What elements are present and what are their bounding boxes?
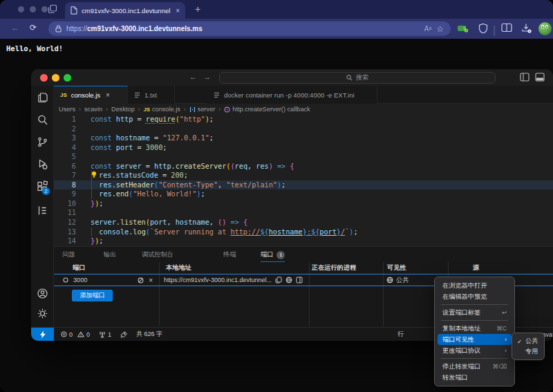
visibility-value: 公共 [396, 276, 409, 285]
tab-close-icon[interactable]: × [176, 7, 180, 15]
breadcrumb-item[interactable]: scavin [84, 106, 102, 113]
settings-gear-icon[interactable] [37, 308, 48, 319]
panel-tab-2[interactable]: 输出 [104, 250, 116, 259]
workspaces-icon[interactable] [48, 4, 57, 14]
code-editor[interactable]: 1const http = require("http");23const ho… [54, 115, 553, 246]
panel-tab-1[interactable]: 问题 [62, 250, 75, 259]
code-line[interactable]: 1const http = require("http"); [54, 115, 553, 124]
code-line[interactable]: 14}); [54, 236, 553, 246]
code-line[interactable]: 10}); [54, 199, 553, 209]
breadcrumb-item[interactable]: JSconsole.js [144, 106, 180, 113]
split-screen-icon[interactable] [501, 23, 512, 32]
code-line[interactable]: 12server.listen(port, hostname, () => { [54, 218, 553, 227]
code-line[interactable]: 4const port = 3000; [54, 143, 553, 153]
account-icon[interactable] [37, 288, 48, 299]
back-icon[interactable]: ← [11, 23, 19, 32]
browser-zoom-button[interactable] [41, 6, 48, 12]
browser-minimize-button[interactable] [30, 6, 36, 12]
code-token: ; [99, 200, 103, 207]
panel-tab-5[interactable]: 端口1 [261, 250, 285, 262]
code-line[interactable]: 6const server = http.createServer((req, … [54, 162, 553, 171]
submenu-item-2[interactable]: 专用 [514, 346, 542, 357]
menu-item-2[interactable]: 在编辑器中预览 [438, 291, 512, 302]
search-sidebar-icon[interactable] [37, 114, 48, 126]
vscode-minimize-button[interactable] [52, 74, 59, 82]
breadcrumb-item[interactable]: Desktop [111, 106, 135, 113]
menu-item-label: 更改端口协议 [442, 346, 480, 355]
tab-1-txt[interactable]: 1.txt [128, 86, 175, 104]
code-line[interactable]: 13 console.log(`Server running at http:/… [54, 227, 553, 237]
code-token: ; [99, 237, 103, 245]
stop-forwarding-icon[interactable] [138, 277, 144, 283]
menu-item-6[interactable]: 更改端口协议› [438, 345, 512, 356]
code-token: = [150, 134, 162, 142]
open-browser-icon[interactable] [285, 277, 292, 283]
refresh-icon[interactable]: ⟳ [30, 23, 37, 32]
vscode-titlebar[interactable]: ← → 搜索 [31, 69, 553, 86]
run-debug-icon[interactable] [37, 158, 48, 170]
new-tab-button[interactable]: + [191, 2, 205, 16]
vscode-zoom-button[interactable] [64, 74, 71, 82]
menu-item-5[interactable]: 端口可见性› [438, 334, 512, 345]
code-token: ; [184, 171, 188, 179]
code-line[interactable]: 8 res.setHeader("Content-Type", "text/pl… [54, 180, 553, 190]
word-count[interactable]: 共 626 字 [136, 330, 162, 339]
tab-console-js[interactable]: JS console.js × [54, 86, 128, 104]
browser-close-button[interactable] [18, 6, 24, 12]
command-center-search[interactable]: 搜索 [219, 72, 496, 84]
tab-close-icon[interactable]: × [106, 91, 110, 99]
tab-docker[interactable]: docker container run -p 4000:4000 -e EXT… [207, 86, 377, 104]
breadcrumb-item[interactable]: server [189, 106, 216, 113]
panel-tab-3[interactable]: 调试控制台 [142, 250, 174, 259]
favorite-star-icon[interactable]: ☆ [436, 24, 444, 34]
extension-icon[interactable] [457, 24, 468, 33]
code-line[interactable]: 11 [54, 208, 553, 218]
editor-forward-icon[interactable]: → [203, 73, 211, 81]
breadcrumb-item[interactable]: http.createServer() callback [224, 106, 310, 113]
profile-avatar[interactable] [538, 22, 552, 35]
code-line[interactable]: 2 [54, 124, 553, 134]
browser-essentials-icon[interactable] [478, 23, 488, 34]
breadcrumb-label: server [198, 106, 216, 113]
ports-status[interactable]: 1 [99, 331, 111, 338]
toggle-sidebar-icon[interactable] [520, 73, 529, 82]
code-line[interactable]: 9 res.end("Hello, World!"); [54, 189, 553, 199]
menu-item-8[interactable]: 转发端口 [438, 372, 512, 383]
menu-item-7[interactable]: 停止转发端口⌘⌫ [438, 361, 512, 372]
code-text: const http = require("http"); [91, 115, 214, 124]
panel-tab-4[interactable]: 终端 [223, 250, 236, 259]
source-control-icon[interactable] [37, 136, 48, 148]
read-aloud-icon[interactable]: Aᵃ [424, 25, 431, 32]
close-port-icon[interactable]: × [149, 277, 153, 284]
cursor-position[interactable]: 行 [397, 328, 404, 341]
preview-editor-icon[interactable] [296, 277, 303, 283]
page-hello-text: Hello, World! [6, 44, 63, 53]
code-line[interactable]: 3const hostname = "127.0.0.1"; [54, 133, 553, 143]
breadcrumb[interactable]: Users›scavin›Desktop›JSconsole.js›server… [54, 104, 553, 115]
breadcrumb-item[interactable]: Users [59, 106, 75, 113]
menu-item-3[interactable]: 设置端口标签↩ [438, 307, 512, 318]
problems-status[interactable]: 0 0 [61, 331, 90, 338]
lightbulb-icon[interactable] [91, 171, 97, 178]
editor-back-icon[interactable]: ← [189, 73, 197, 81]
add-port-button[interactable]: 添加端口 [72, 290, 113, 301]
forwarded-address[interactable]: https://cm91vxfv-3000.inc1.devtunnel... [164, 277, 272, 283]
submenu-item-1[interactable]: ✓公共 [514, 336, 542, 346]
address-bar[interactable]: https://cm91vxfv-3000.inc1.devtunnels.ms… [48, 21, 451, 36]
launch-status[interactable] [120, 331, 127, 338]
code-line[interactable]: 5 [54, 152, 553, 162]
menu-item-1[interactable]: 在浏览器中打开 [438, 280, 512, 291]
lightbulb-hint[interactable] [91, 171, 99, 178]
downloads-icon[interactable] [521, 23, 532, 34]
menu-item-4[interactable]: 复制本地地址⌘C [438, 323, 512, 334]
copy-address-icon[interactable] [275, 277, 282, 283]
outline-list-icon[interactable] [37, 205, 48, 216]
panel-tab-label: 端口 [261, 250, 273, 259]
code-line[interactable]: 7res.statusCode = 200; [54, 171, 553, 180]
vscode-close-button[interactable] [40, 74, 48, 82]
code-token: = [133, 115, 145, 123]
remote-indicator[interactable] [31, 328, 54, 341]
toggle-panel-icon[interactable] [535, 73, 545, 82]
explorer-icon[interactable] [37, 92, 48, 104]
browser-tab[interactable]: cm91vxfv-3000.inc1.devtunnel × [65, 2, 185, 19]
